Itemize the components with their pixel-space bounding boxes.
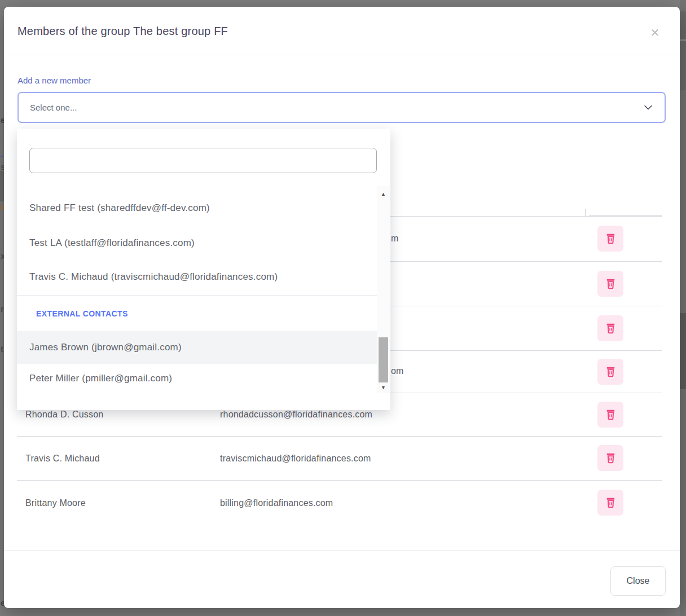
dropdown-search-input[interactable] <box>29 148 377 173</box>
dropdown-option[interactable]: Travis C. Michaud (traviscmichaud@florid… <box>17 261 377 293</box>
backdrop-fragment: t <box>1 344 3 354</box>
backdrop-right-edge <box>680 0 686 616</box>
dropdown-option-label: Peter Miller (pmiller@gmail.com) <box>29 373 172 384</box>
member-email: rhondadcusson@floridafinances.com <box>220 410 372 420</box>
scroll-down-icon[interactable]: ▼ <box>377 383 390 392</box>
members-modal: Members of the group The best group FF ✕… <box>4 7 680 608</box>
dropdown-option-highlighted[interactable]: James Brown (jbrown@gmail.com) <box>17 331 377 364</box>
member-name: Travis C. Michaud <box>25 454 100 464</box>
modal-overlay-backdrop: e - s c x r t e Members of the group The… <box>0 0 686 616</box>
delete-member-button[interactable] <box>597 271 623 297</box>
footer-divider <box>4 550 680 551</box>
dropdown-option[interactable]: Peter Miller (pmiller@gmail.com) <box>17 364 377 393</box>
column-separator <box>585 209 586 217</box>
table-row: Travis C. Michaud traviscmichaud@florida… <box>17 437 662 481</box>
actions-header-underline <box>589 215 662 215</box>
close-button[interactable]: Close <box>610 566 666 596</box>
chevron-down-icon <box>644 105 652 110</box>
member-select-dropdown: Shared FF test (sharedffdev@ff-dev.com) … <box>17 129 390 410</box>
member-select[interactable]: Select one... <box>17 92 666 123</box>
member-email: billing@floridafinances.com <box>220 498 333 508</box>
table-row: Brittany Moore billing@floridafinances.c… <box>17 481 662 525</box>
modal-title: Members of the group The best group FF <box>17 25 228 38</box>
member-name: Brittany Moore <box>25 498 86 508</box>
add-member-label: Add a new member <box>17 76 91 85</box>
trash-icon <box>606 409 615 420</box>
delete-member-button[interactable] <box>597 490 623 516</box>
member-email-fragment: om <box>391 366 403 376</box>
member-email: traviscmichaud@floridafinances.com <box>220 454 371 464</box>
dropdown-option-label: Shared FF test (sharedffdev@ff-dev.com) <box>29 203 210 214</box>
trash-icon <box>606 278 615 289</box>
dropdown-option[interactable]: Test LA (testlaff@floridafinances.com) <box>17 227 377 259</box>
trash-icon <box>606 452 615 464</box>
dropdown-scrollbar[interactable]: ▲ ▼ <box>377 186 390 393</box>
member-name: Rhonda D. Cusson <box>25 410 103 420</box>
dropdown-option-label: Travis C. Michaud (traviscmichaud@florid… <box>29 271 278 283</box>
backdrop-fragment: - <box>1 151 3 160</box>
close-icon[interactable]: ✕ <box>647 25 663 41</box>
member-select-value: Select one... <box>30 103 77 112</box>
trash-icon <box>606 323 615 334</box>
scrollbar-thumb[interactable] <box>379 337 388 382</box>
delete-member-button[interactable] <box>597 402 623 428</box>
delete-member-button[interactable] <box>597 226 623 252</box>
delete-member-button[interactable] <box>597 445 623 471</box>
dropdown-group-header: EXTERNAL CONTACTS <box>17 295 377 332</box>
backdrop-fragment: r <box>1 304 4 314</box>
scroll-up-icon[interactable]: ▲ <box>377 190 390 199</box>
header-divider <box>4 55 680 55</box>
trash-icon <box>606 233 615 244</box>
delete-member-button[interactable] <box>597 315 623 341</box>
delete-member-button[interactable] <box>597 359 623 385</box>
dropdown-option-label: Test LA (testlaff@floridafinances.com) <box>29 237 195 249</box>
trash-icon <box>606 366 615 377</box>
member-email-fragment: m <box>391 233 398 243</box>
trash-icon <box>606 497 615 508</box>
dropdown-option[interactable]: Shared FF test (sharedffdev@ff-dev.com) <box>17 192 377 225</box>
dropdown-option-label: James Brown (jbrown@gmail.com) <box>29 342 182 353</box>
